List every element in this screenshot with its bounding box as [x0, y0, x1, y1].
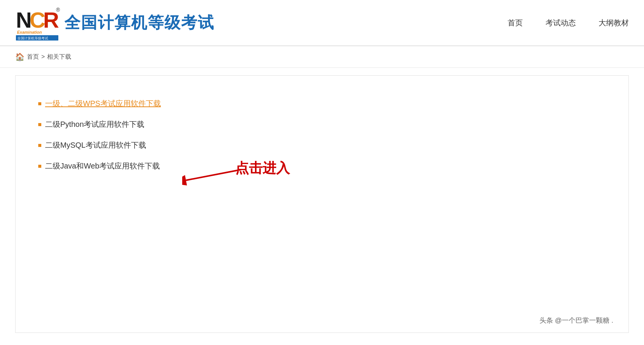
python-download-text: 二级Python考试应用软件下载	[45, 119, 144, 130]
list-item: 二级Python考试应用软件下载	[38, 119, 606, 130]
header: N C R ® Examination 全国计算机等级考试 全国计算机等级考试 …	[0, 0, 644, 46]
wps-download-link[interactable]: 一级、二级WPS考试应用软件下载	[45, 98, 161, 109]
breadcrumb-home-link[interactable]: 首页	[27, 53, 39, 61]
main-content: 一级、二级WPS考试应用软件下载 二级Python考试应用软件下载 二级MySQ…	[15, 75, 629, 333]
home-icon: 🏠	[15, 52, 25, 61]
svg-text:®: ®	[56, 7, 60, 13]
breadcrumb: 🏠 首页 > 相关下载	[0, 46, 644, 68]
nav-home[interactable]: 首页	[508, 18, 523, 28]
site-title: 全国计算机等级考试	[64, 12, 214, 33]
logo-container: N C R ® Examination 全国计算机等级考试 全国计算机等级考试	[15, 4, 214, 42]
annotation-text: 点击进入	[235, 159, 290, 178]
ncr-logo-svg: N C R ® Examination 全国计算机等级考试	[15, 5, 61, 41]
annotation-arrow	[182, 158, 243, 189]
bullet-icon	[38, 165, 41, 168]
bullet-icon	[38, 123, 41, 126]
header-nav: 首页 考试动态 大纲教材	[508, 18, 629, 28]
breadcrumb-current: 相关下载	[47, 53, 71, 61]
list-item: 一级、二级WPS考试应用软件下载	[38, 98, 606, 109]
svg-text:全国计算机等级考试: 全国计算机等级考试	[17, 36, 48, 40]
logo: N C R ® Examination 全国计算机等级考试	[15, 4, 61, 42]
bullet-icon	[38, 144, 41, 147]
download-list: 一级、二级WPS考试应用软件下载 二级Python考试应用软件下载 二级MySQ…	[38, 98, 606, 171]
header-left: N C R ® Examination 全国计算机等级考试 全国计算机等级考试	[15, 4, 214, 42]
svg-text:Examination: Examination	[17, 30, 42, 34]
breadcrumb-separator: >	[41, 53, 45, 60]
svg-line-8	[186, 170, 241, 180]
nav-exam-news[interactable]: 考试动态	[546, 18, 576, 28]
java-download-text: 二级Java和Web考试应用软件下载	[45, 161, 160, 171]
bullet-icon	[38, 102, 41, 105]
mysql-download-text: 二级MySQL考试应用软件下载	[45, 140, 146, 150]
list-item: 二级MySQL考试应用软件下载	[38, 140, 606, 150]
footer-watermark: 头条 @一个巴掌一颗糖 .	[539, 316, 613, 325]
list-item: 二级Java和Web考试应用软件下载	[38, 161, 606, 171]
nav-syllabus[interactable]: 大纲教材	[599, 18, 629, 28]
